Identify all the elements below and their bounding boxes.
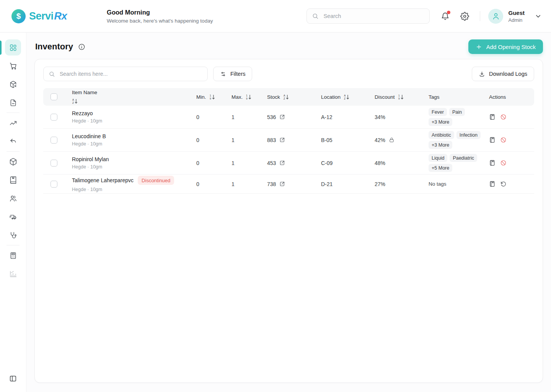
stock-external-link[interactable] (279, 181, 285, 187)
greeting: Good Morning Welcome back, here's what's… (107, 9, 213, 24)
global-search[interactable] (306, 8, 430, 24)
table-row: Talimogene Laherparepvc Discontinued Heg… (43, 175, 534, 194)
sort-az-icon[interactable]: A Z (72, 98, 78, 104)
sort-19-icon[interactable]: 1 9 (398, 94, 404, 100)
sidebar-collapse-button[interactable] (9, 374, 17, 384)
filters-button[interactable]: Filters (213, 67, 252, 81)
tags-more-chip[interactable]: +5 More (429, 164, 452, 172)
action-ban-button[interactable] (500, 160, 507, 166)
sidebar-tile (5, 58, 21, 74)
add-opening-stock-button[interactable]: Add Opening Stock (468, 39, 543, 54)
column-header-item-name[interactable]: Item Name A Z (72, 90, 196, 104)
sort-19-icon[interactable]: 1 9 (209, 94, 215, 100)
item-name-line: Rezzayo (72, 110, 93, 116)
calculator-icon (9, 252, 17, 260)
min-cell: 0 (196, 160, 231, 166)
sidebar-tile (5, 266, 21, 282)
row-checkbox[interactable] (51, 114, 57, 121)
sort-19-icon[interactable]: 1 9 (246, 94, 251, 100)
action-book-button[interactable] (489, 114, 496, 120)
max-value: 1 (231, 181, 235, 187)
sidebar-item-package-x[interactable] (0, 75, 26, 93)
sort-az-icon[interactable]: A Z (344, 94, 349, 100)
tags-more-chip[interactable]: +3 More (429, 118, 452, 126)
tag-line: +5 More (429, 164, 452, 172)
sidebar-tile (5, 95, 21, 111)
header-check-cell (43, 93, 72, 100)
action-book-button[interactable] (489, 160, 496, 166)
action-restore-button[interactable] (500, 181, 507, 187)
discount-value: 34% (375, 114, 385, 120)
discount-cell: 48% (375, 160, 429, 166)
row-checkbox[interactable] (51, 137, 57, 144)
stock-external-link[interactable] (279, 160, 285, 166)
column-header-location[interactable]: Location A Z (321, 94, 375, 100)
max-cell: 1 (231, 181, 267, 187)
sidebar-item-book[interactable] (0, 171, 26, 189)
row-check-cell (43, 114, 72, 121)
global-search-input[interactable] (323, 13, 424, 20)
settings-button[interactable] (460, 12, 469, 21)
actions-cell (489, 114, 534, 120)
items-search-input[interactable] (59, 70, 202, 77)
package-icon (9, 158, 17, 166)
min-value: 0 (196, 114, 199, 120)
add-opening-stock-label: Add Opening Stock (486, 44, 536, 50)
sidebar-item-trending-up[interactable] (0, 114, 26, 132)
sidebar-item-users[interactable] (0, 189, 26, 207)
sidebar-item-bar-chart[interactable] (0, 265, 26, 283)
item-cell: Talimogene Laherparepvc Discontinued Heg… (72, 176, 196, 192)
sidebar-item-undo[interactable] (0, 132, 26, 150)
stock-external-link[interactable] (279, 137, 285, 143)
header-divider (480, 11, 480, 21)
discount-cell: 27% (375, 181, 429, 187)
max-cell: 1 (231, 160, 267, 166)
action-book-button[interactable] (489, 181, 496, 187)
stock-cell: 738 (267, 181, 321, 187)
item-name: Leucodinine B (72, 133, 106, 139)
brand-logo[interactable]: $ ServiRx (11, 9, 67, 23)
item-name: Ropinirol Mylan (72, 156, 109, 162)
sort-az-icon[interactable]: A Z (283, 94, 289, 100)
dollar-glyph: $ (16, 11, 21, 21)
sidebar-item-package[interactable] (0, 152, 26, 171)
sidebar-item-stethoscope[interactable] (0, 226, 26, 244)
brand-name: ServiRx (29, 10, 67, 22)
action-ban-button[interactable] (500, 114, 507, 120)
tags-more-chip[interactable]: +3 More (429, 141, 452, 149)
action-book-button[interactable] (489, 137, 496, 143)
filter-sliders-icon (220, 71, 227, 77)
row-checkbox[interactable] (51, 160, 57, 167)
info-icon[interactable] (78, 43, 85, 51)
chevron-down-icon[interactable] (535, 13, 542, 20)
sidebar-item-truck[interactable] (0, 207, 26, 226)
sidebar-item-document[interactable] (0, 93, 26, 112)
bar-chart-icon (9, 270, 17, 278)
stock-external-link[interactable] (279, 114, 285, 120)
sidebar-item-cart[interactable] (0, 57, 26, 75)
user-menu[interactable]: Guest Admin (488, 9, 542, 24)
sidebar-tile (5, 227, 21, 243)
column-label: Stock (267, 94, 280, 100)
select-all-checkbox[interactable] (51, 93, 57, 100)
item-cell: Leucodinine B Hegde · 10gm (72, 133, 196, 147)
discount-cell: 34% (375, 114, 429, 120)
person-icon (492, 12, 500, 20)
sidebar-item-calculator[interactable] (0, 246, 26, 265)
svg-text:A: A (344, 94, 346, 97)
max-value: 1 (231, 137, 235, 143)
column-header-stock[interactable]: Stock A Z (267, 94, 321, 100)
items-search[interactable] (43, 67, 208, 81)
column-header-max[interactable]: Max. 1 9 (231, 94, 267, 100)
action-ban-button[interactable] (500, 137, 507, 143)
notifications-button[interactable] (441, 12, 450, 21)
column-header-min[interactable]: Min. 1 9 (196, 94, 231, 100)
download-logs-button[interactable]: Download Logs (472, 67, 534, 81)
column-label: Location (321, 94, 341, 100)
sidebar-item-dashboard[interactable] (0, 38, 26, 57)
inventory-table: Item Name A Z Min. 1 9 Max. 1 9 Stock A … (43, 88, 534, 194)
row-checkbox[interactable] (51, 181, 57, 188)
max-value: 1 (231, 114, 235, 120)
ban-icon (500, 114, 507, 120)
column-header-discount[interactable]: Discount 1 9 (375, 94, 429, 100)
